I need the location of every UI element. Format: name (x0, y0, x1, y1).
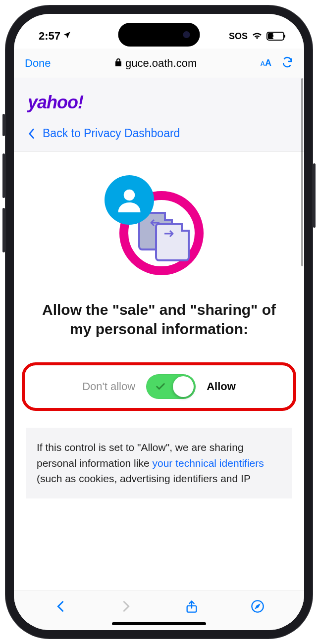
wifi-icon (252, 31, 263, 42)
text-size-button[interactable]: AA (261, 58, 271, 68)
address-bar[interactable]: guce.oath.com (114, 57, 197, 70)
share-button[interactable] (185, 599, 199, 615)
done-button[interactable]: Done (25, 57, 51, 70)
mute-switch (2, 114, 5, 136)
volume-up-button (2, 153, 5, 198)
reload-button[interactable] (281, 56, 293, 70)
toggle-off-label: Don't allow (82, 380, 135, 393)
dynamic-island (118, 23, 200, 47)
yahoo-logo[interactable]: yahoo! (28, 92, 290, 113)
svg-point-0 (124, 190, 135, 201)
disclaimer-text: If this control is set to "Allow", we ar… (26, 428, 292, 498)
battery-icon: 35 (266, 32, 284, 41)
chevron-left-icon (28, 128, 35, 139)
status-left: 2:57 (39, 30, 71, 43)
page-header: yahoo! Back to Privacy Dashboard (14, 78, 304, 151)
phone-screen: 2:57 SOS 35 Done (14, 14, 304, 630)
toggle-knob (173, 376, 194, 397)
back-link-text: Back to Privacy Dashboard (43, 127, 180, 140)
forward-button (119, 599, 133, 615)
allow-toggle[interactable] (146, 374, 196, 399)
location-icon (62, 31, 71, 42)
transfer-arrows-icon (147, 219, 177, 241)
lock-icon (114, 57, 122, 70)
allow-toggle-row: Don't allow Allow (22, 362, 296, 411)
data-sharing-illustration (105, 171, 213, 280)
check-icon (155, 381, 166, 392)
web-page: yahoo! Back to Privacy Dashboard (14, 78, 304, 591)
toggle-on-label: Allow (207, 380, 236, 393)
browser-toolbar: Done guce.oath.com AA (14, 49, 304, 78)
back-to-dashboard-link[interactable]: Back to Privacy Dashboard (28, 127, 290, 140)
volume-down-button (2, 208, 5, 252)
back-button[interactable] (53, 599, 67, 615)
scrollbar[interactable] (301, 78, 303, 266)
status-right: SOS 35 (229, 31, 284, 42)
user-avatar-icon (105, 175, 154, 225)
battery-level: 35 (267, 33, 283, 39)
page-title: Allow the "sale" and "sharing" of my per… (26, 300, 292, 339)
disclaimer-part2: (such as cookies, advertising identifier… (37, 473, 251, 484)
url-text: guce.oath.com (125, 57, 197, 70)
sos-indicator: SOS (229, 31, 248, 42)
safari-button[interactable] (251, 599, 265, 615)
phone-frame: 2:57 SOS 35 Done (5, 5, 313, 639)
technical-identifiers-link[interactable]: your technical identifiers (152, 457, 264, 469)
home-indicator[interactable] (112, 622, 206, 625)
power-button (313, 163, 316, 228)
page-body: Allow the "sale" and "sharing" of my per… (14, 151, 304, 498)
status-time: 2:57 (39, 30, 60, 43)
